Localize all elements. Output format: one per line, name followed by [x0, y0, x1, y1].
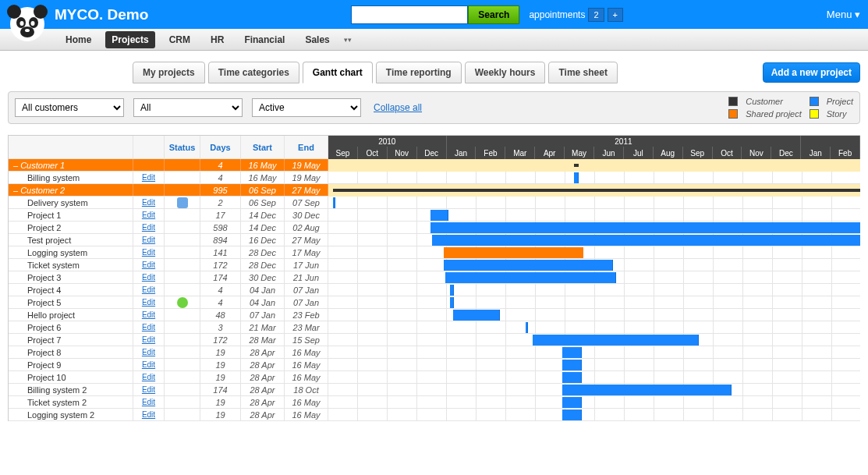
nav-more-icon[interactable]: ▾▾	[344, 36, 352, 44]
nav-hr[interactable]: HR	[204, 31, 230, 48]
col-days[interactable]: Days	[200, 136, 241, 158]
collapse-all-link[interactable]: Collapse all	[374, 102, 422, 113]
nav-financial[interactable]: Financial	[238, 31, 291, 48]
project-row[interactable]: Billing systemEdit416 May19 May	[9, 172, 328, 184]
project-row[interactable]: Delivery systemEdit206 Sep07 Sep	[9, 197, 328, 209]
appointments-link[interactable]: appointments	[529, 9, 585, 20]
gantt-bar[interactable]	[562, 397, 582, 408]
edit-link[interactable]: Edit	[142, 385, 155, 394]
main-nav: HomeProjectsCRMHRFinancialSales▾▾	[0, 29, 868, 51]
col-start[interactable]: Start	[241, 136, 285, 158]
status-filter[interactable]: Active	[252, 98, 361, 117]
project-row[interactable]: Billing system 2Edit17428 Apr18 Oct	[9, 384, 328, 396]
legend-swatch	[810, 97, 819, 106]
gantt-bar[interactable]	[574, 172, 579, 183]
project-row[interactable]: Ticket systemEdit17228 Dec17 Jun	[9, 259, 328, 271]
nav-home[interactable]: Home	[59, 31, 97, 48]
edit-link[interactable]: Edit	[142, 223, 155, 232]
month-cell: Dec	[771, 147, 801, 159]
project-row[interactable]: Project 7Edit17228 Mar15 Sep	[9, 334, 328, 346]
edit-link[interactable]: Edit	[142, 198, 155, 207]
row-name: Hello project	[9, 309, 133, 321]
col-end[interactable]: End	[285, 136, 328, 158]
gantt-bar[interactable]	[445, 272, 616, 283]
menu-dropdown[interactable]: Menu ▾	[827, 9, 860, 20]
edit-link[interactable]: Edit	[142, 348, 155, 356]
gantt-bar[interactable]	[562, 409, 582, 420]
gantt-row	[328, 296, 860, 309]
project-row[interactable]: Project 6Edit321 Mar23 Mar	[9, 321, 328, 334]
project-row[interactable]: Ticket system 2Edit1928 Apr16 May	[9, 396, 328, 409]
month-cell: Nov	[388, 147, 417, 159]
tab-time-reporting[interactable]: Time reporting	[376, 62, 462, 83]
edit-link[interactable]: Edit	[142, 335, 155, 344]
tab-time-sheet[interactable]: Time sheet	[548, 62, 617, 83]
gantt-bar[interactable]	[432, 235, 860, 246]
gantt-bar[interactable]	[333, 189, 860, 192]
edit-link[interactable]: Edit	[142, 298, 155, 307]
edit-link[interactable]: Edit	[142, 310, 155, 319]
tab-gantt-chart[interactable]: Gantt chart	[303, 62, 373, 83]
gantt-bar[interactable]	[533, 335, 699, 346]
row-name: Project 4	[9, 284, 133, 296]
secondary-filter[interactable]: All	[133, 98, 243, 117]
gantt-bar[interactable]	[562, 385, 732, 395]
project-row[interactable]: Project 1Edit1714 Dec30 Dec	[9, 209, 328, 222]
customers-filter[interactable]: All customers	[15, 98, 124, 117]
edit-link[interactable]: Edit	[142, 323, 155, 331]
nav-crm[interactable]: CRM	[163, 31, 197, 48]
gantt-bar[interactable]	[430, 222, 860, 233]
project-row[interactable]: Project 3Edit17430 Dec21 Jun	[9, 271, 328, 284]
edit-link[interactable]: Edit	[142, 173, 155, 182]
gantt-row	[328, 222, 860, 234]
add-project-button[interactable]: Add a new project	[763, 62, 860, 83]
search-input[interactable]	[351, 5, 468, 24]
project-row[interactable]: Hello projectEdit4807 Jan23 Feb	[9, 309, 328, 321]
gantt-bar[interactable]	[574, 164, 579, 167]
nav-sales[interactable]: Sales	[299, 31, 335, 48]
project-row[interactable]: Project 5Edit404 Jan07 Jan	[9, 296, 328, 309]
edit-link[interactable]: Edit	[142, 248, 155, 257]
gantt-bar[interactable]	[333, 197, 336, 208]
gantt-row	[328, 409, 860, 421]
gantt-bar[interactable]	[562, 360, 582, 370]
project-row[interactable]: Project 10Edit1928 Apr16 May	[9, 371, 328, 384]
project-row[interactable]: Project 9Edit1928 Apr16 May	[9, 359, 328, 371]
appointments-count[interactable]: 2	[588, 8, 604, 22]
customer-row[interactable]: – Customer 1416 May19 May	[9, 159, 328, 172]
edit-link[interactable]: Edit	[142, 410, 155, 419]
search-button[interactable]: Search	[468, 5, 519, 24]
gantt-bar[interactable]	[453, 310, 501, 321]
gantt-bar[interactable]	[562, 347, 582, 358]
col-status[interactable]: Status	[165, 136, 200, 158]
gantt-bar[interactable]	[450, 297, 455, 308]
project-row[interactable]: Project 4Edit404 Jan07 Jan	[9, 284, 328, 296]
gantt-bar[interactable]	[562, 372, 582, 383]
project-row[interactable]: Logging systemEdit14128 Dec17 May	[9, 246, 328, 259]
project-row[interactable]: Logging system 2Edit1928 Apr16 May	[9, 409, 328, 421]
edit-link[interactable]: Edit	[142, 398, 155, 406]
appointments-add[interactable]: +	[608, 8, 623, 22]
gantt-bar[interactable]	[450, 285, 455, 296]
gantt-bar[interactable]	[526, 322, 529, 333]
tab-my-projects[interactable]: My projects	[133, 62, 205, 83]
edit-link[interactable]: Edit	[142, 373, 155, 381]
edit-link[interactable]: Edit	[142, 236, 155, 244]
tab-weekly-hours[interactable]: Weekly hours	[465, 62, 546, 83]
legend-swatch	[810, 109, 819, 119]
edit-link[interactable]: Edit	[142, 273, 155, 282]
project-row[interactable]: Project 2Edit59814 Dec02 Aug	[9, 222, 328, 234]
project-row[interactable]: Test projectEdit89416 Dec27 May	[9, 234, 328, 246]
row-name: Project 10	[9, 371, 133, 383]
gantt-bar[interactable]	[430, 210, 448, 221]
edit-link[interactable]: Edit	[142, 360, 155, 369]
edit-link[interactable]: Edit	[142, 261, 155, 269]
edit-link[interactable]: Edit	[142, 211, 155, 219]
nav-projects[interactable]: Projects	[105, 31, 154, 48]
edit-link[interactable]: Edit	[142, 285, 155, 294]
project-row[interactable]: Project 8Edit1928 Apr16 May	[9, 346, 328, 359]
tab-time-categories[interactable]: Time categories	[208, 62, 299, 83]
gantt-bar[interactable]	[444, 247, 583, 258]
gantt-bar[interactable]	[444, 260, 613, 271]
customer-row[interactable]: – Customer 299506 Sep27 May	[9, 184, 328, 197]
